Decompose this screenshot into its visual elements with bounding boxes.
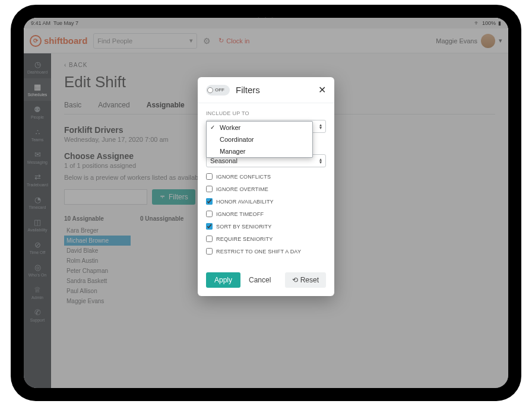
include-label: INCLUDE UP TO (206, 110, 326, 116)
dropdown-option-worker[interactable]: Worker (207, 122, 312, 133)
ignore-timeoff-checkbox[interactable]: IGNORE TIMEOFF (206, 211, 326, 217)
ignore-overtime-checkbox[interactable]: IGNORE OVERTIME (206, 186, 326, 192)
require-seniority-checkbox[interactable]: REQUIRE SENIORITY (206, 236, 326, 242)
toggle-knob-icon (207, 87, 213, 93)
screen: 9:41 AM Tue May 7 ᯤ100%▮ ⟳ shiftboard Fi… (24, 18, 508, 388)
arrows-icon: ▴▾ (319, 158, 322, 164)
reset-button[interactable]: ⟲Reset (285, 272, 326, 288)
sort-seniority-checkbox[interactable]: SORT BY SENIORITY (206, 223, 326, 230)
include-dropdown: Worker Coordinator Manager (206, 121, 313, 158)
apply-button[interactable]: Apply (206, 272, 240, 288)
dropdown-option-coordinator[interactable]: Coordinator (207, 133, 312, 145)
cancel-button[interactable]: Cancel (249, 276, 271, 284)
filters-toggle[interactable]: OFF (206, 85, 230, 96)
tablet-frame: • • • 9:41 AM Tue May 7 ᯤ100%▮ ⟳ shiftbo… (11, 5, 521, 401)
filters-modal: OFF Filters ✕ INCLUDE UP TO ▴▾ Seasonal▴… (198, 77, 334, 296)
honor-availability-checkbox[interactable]: HONOR AVAILABILITY (206, 198, 326, 205)
refresh-icon: ⟲ (292, 276, 298, 284)
arrows-icon: ▴▾ (319, 123, 322, 129)
modal-title: Filters (236, 85, 260, 95)
toggle-label: OFF (215, 87, 224, 93)
dropdown-option-manager[interactable]: Manager (207, 145, 312, 157)
close-icon[interactable]: ✕ (318, 84, 326, 96)
ignore-conflicts-checkbox[interactable]: IGNORE CONFLICTS (206, 173, 326, 180)
restrict-one-shift-checkbox[interactable]: RESTRICT TO ONE SHIFT A DAY (206, 248, 326, 255)
